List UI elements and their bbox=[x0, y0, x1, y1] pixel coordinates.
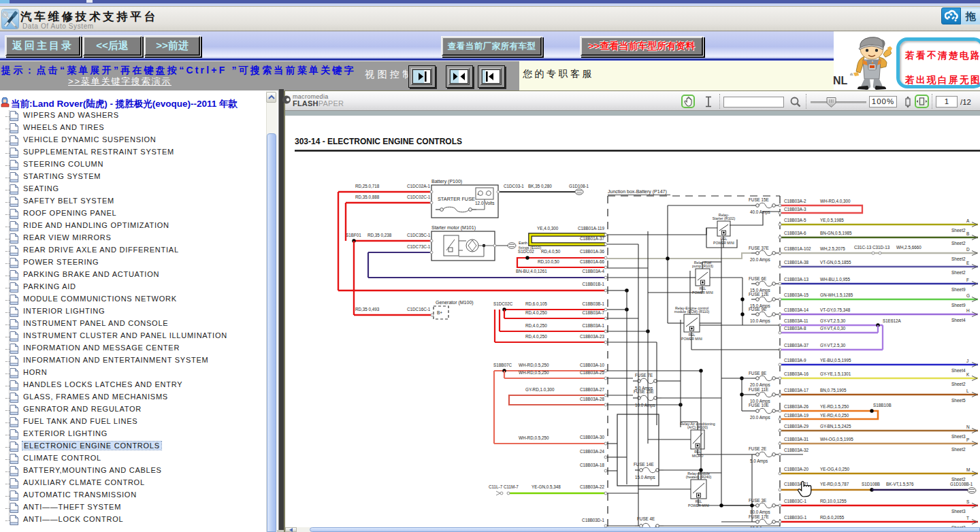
svg-text:FUSE 3E: FUSE 3E bbox=[749, 498, 766, 503]
svg-text:YE-OG,4.0,250: YE-OG,4.0,250 bbox=[820, 467, 850, 471]
svg-text:C18B01A-36: C18B01A-36 bbox=[580, 249, 605, 254]
svg-text:C18B01A-38: C18B01A-38 bbox=[784, 260, 809, 265]
svg-text:C18B03A-24: C18B03A-24 bbox=[580, 449, 605, 454]
svg-text:Starter (R102): Starter (R102) bbox=[713, 216, 736, 220]
svg-text:RD,35 0,493: RD,35 0,493 bbox=[355, 307, 380, 312]
svg-text:C18B03A-19: C18B03A-19 bbox=[784, 413, 809, 418]
svg-text:C18B03A-18: C18B03A-18 bbox=[580, 463, 605, 467]
svg-text:Sheet9: Sheet9 bbox=[951, 287, 966, 292]
svg-text:C18B03A-29: C18B03A-29 bbox=[784, 424, 809, 429]
svg-text:C18B01A-102: C18B01A-102 bbox=[784, 246, 811, 251]
svg-text:BN,0.75,1905: BN,0.75,1905 bbox=[820, 388, 847, 393]
svg-text:RD,6.0,2055: RD,6.0,2055 bbox=[820, 515, 845, 520]
svg-text:FUSE 8E: FUSE 8E bbox=[749, 371, 766, 376]
svg-text:C1DC16C-1: C1DC16C-1 bbox=[407, 307, 431, 312]
svg-text:C1DC73C-1: C1DC73C-1 bbox=[407, 244, 431, 249]
svg-text:Sheet9: Sheet9 bbox=[951, 303, 966, 307]
svg-text:BN-BU,4.0,1261: BN-BU,4.0,1261 bbox=[516, 269, 547, 273]
svg-text:C18B01A-119: C18B01A-119 bbox=[578, 226, 605, 231]
svg-text:303-14 - ELECTRONIC ENGINE CON: 303-14 - ELECTRONIC ENGINE CONTROLS bbox=[295, 137, 462, 146]
svg-text:YE,0.5,1985: YE,0.5,1985 bbox=[820, 218, 844, 222]
svg-text:C18B03D-1: C18B03D-1 bbox=[582, 518, 604, 522]
svg-text:C1DC02A-1: C1DC02A-1 bbox=[407, 184, 430, 188]
svg-text:RD,25.0,718: RD,25.0,718 bbox=[355, 184, 380, 188]
svg-text:Sheet3: Sheet3 bbox=[951, 509, 966, 514]
svg-text:Sheet2: Sheet2 bbox=[951, 228, 966, 233]
svg-text:C18B03A-26: C18B03A-26 bbox=[784, 404, 809, 409]
svg-text:WH-RD,0.5,250: WH-RD,0.5,250 bbox=[519, 363, 549, 367]
svg-text:A: A bbox=[966, 218, 970, 223]
svg-text:C18B03A-28: C18B03A-28 bbox=[580, 397, 605, 401]
svg-text:K: K bbox=[966, 372, 970, 377]
svg-text:Sheet3: Sheet3 bbox=[951, 434, 966, 439]
svg-text:C18B03A-23: C18B03A-23 bbox=[580, 334, 605, 339]
svg-text:C18B03A-25: C18B03A-25 bbox=[580, 370, 605, 375]
svg-text:Sheet2: Sheet2 bbox=[951, 382, 966, 386]
svg-text:C18B03A-6: C18B03A-6 bbox=[784, 231, 806, 235]
svg-text:VT-GN,0.5,1855: VT-GN,0.5,1855 bbox=[820, 260, 851, 265]
svg-text:VT-GY,0.75,348: VT-GY,0.75,348 bbox=[820, 307, 851, 312]
svg-text:C18B03A-27: C18B03A-27 bbox=[580, 387, 605, 392]
svg-text:C18B03A-31: C18B03A-31 bbox=[784, 437, 809, 442]
svg-text:C18B03A-10: C18B03A-10 bbox=[580, 363, 605, 367]
svg-text:S: S bbox=[966, 499, 970, 504]
svg-text:RD,4.0,50: RD,4.0,50 bbox=[541, 249, 561, 254]
svg-text:C18B03A-2: C18B03A-2 bbox=[784, 199, 806, 203]
svg-text:RD,35 0,238: RD,35 0,238 bbox=[368, 233, 392, 237]
svg-text:YE,4.0,300: YE,4.0,300 bbox=[537, 226, 559, 231]
svg-text:FUSE 9E: FUSE 9E bbox=[749, 307, 766, 312]
svg-text:C18B03B-1: C18B03B-1 bbox=[582, 301, 604, 306]
svg-text:Sheet2: Sheet2 bbox=[951, 525, 966, 530]
svg-text:FUSE 15E: FUSE 15E bbox=[749, 197, 769, 202]
svg-text:S1BF01: S1BF01 bbox=[346, 233, 361, 237]
svg-text:STARTER FUSE: STARTER FUSE bbox=[438, 196, 475, 202]
svg-text:L: L bbox=[966, 388, 969, 393]
svg-text:GY-BN,1.5,2425: GY-BN,1.5,2425 bbox=[820, 424, 851, 429]
svg-text:60.0 Amps: 60.0 Amps bbox=[750, 526, 770, 531]
svg-text:Sheet2: Sheet2 bbox=[951, 256, 966, 261]
svg-text:Starter motor (M101): Starter motor (M101) bbox=[431, 225, 476, 231]
svg-text:C18B03A-16: C18B03A-16 bbox=[784, 371, 809, 376]
svg-text:Generator (M100): Generator (M100) bbox=[436, 300, 474, 305]
svg-text:C18B03G-1: C18B03G-1 bbox=[784, 515, 807, 520]
svg-text:FUSE 13E: FUSE 13E bbox=[634, 389, 654, 394]
svg-text:+: + bbox=[477, 193, 479, 196]
svg-text:12.0 Volts: 12.0 Volts bbox=[475, 201, 495, 205]
svg-text:C18B03A-13: C18B03A-13 bbox=[784, 277, 809, 282]
svg-text:Sheet5: Sheet5 bbox=[951, 398, 966, 403]
svg-text:C18B03A-32: C18B03A-32 bbox=[784, 448, 809, 452]
svg-text:module (ECM) (R110): module (ECM) (R110) bbox=[674, 310, 710, 314]
svg-text:BK-VT,1.5,576: BK-VT,1.5,576 bbox=[886, 482, 914, 486]
svg-text:YE-GN,0.5,348: YE-GN,0.5,348 bbox=[532, 484, 561, 489]
svg-text:40.0 Amps: 40.0 Amps bbox=[750, 210, 770, 215]
svg-text:GY-VT,2.5,30: GY-VT,2.5,30 bbox=[820, 343, 846, 348]
svg-text:S18B07C: S18B07C bbox=[493, 363, 512, 367]
svg-text:WH-RD,0.5,250: WH-RD,0.5,250 bbox=[519, 435, 549, 440]
svg-text:S1D108B: S1D108B bbox=[862, 482, 880, 486]
svg-text:YE-RD,4.0,250: YE-RD,4.0,250 bbox=[820, 413, 849, 418]
svg-text:F: F bbox=[966, 278, 969, 282]
svg-text:C18B03A-30: C18B03A-30 bbox=[580, 435, 605, 439]
svg-text:FUSE 14E: FUSE 14E bbox=[634, 462, 654, 467]
svg-text:YE-BU,0.5,1995: YE-BU,0.5,1995 bbox=[820, 358, 851, 363]
svg-text:C18B03A-14: C18B03A-14 bbox=[784, 307, 809, 312]
svg-text:B+: B+ bbox=[437, 310, 442, 315]
svg-text:C18B03A-4: C18B03A-4 bbox=[582, 269, 604, 273]
svg-text:FUSE 12E: FUSE 12E bbox=[749, 292, 769, 297]
svg-text:FUSE 37E: FUSE 37E bbox=[749, 246, 769, 250]
svg-text:RD,4.0,250: RD,4.0,250 bbox=[525, 334, 547, 339]
svg-text:GN-WH,1.5,1285: GN-WH,1.5,1285 bbox=[820, 293, 853, 297]
svg-text:RD,35.0,888: RD,35.0,888 bbox=[355, 195, 380, 199]
svg-text:RD,4.0,250: RD,4.0,250 bbox=[525, 323, 547, 328]
svg-text:WH,2.5,2075: WH,2.5,2075 bbox=[820, 246, 845, 251]
svg-text:FUSE 4E: FUSE 4E bbox=[637, 516, 655, 521]
svg-text:C1DC03-1: C1DC03-1 bbox=[504, 184, 524, 188]
svg-text:Sheet4: Sheet4 bbox=[951, 368, 966, 373]
svg-text:FUSE 10E: FUSE 10E bbox=[749, 403, 769, 408]
svg-text:H: H bbox=[966, 308, 970, 313]
svg-text:C18B01A-37: C18B01A-37 bbox=[580, 236, 605, 241]
svg-text:M: M bbox=[966, 467, 970, 472]
svg-text:YE-RD,0.5,787: YE-RD,0.5,787 bbox=[820, 482, 849, 486]
svg-text:GY-VT,2.5,30: GY-VT,2.5,30 bbox=[820, 318, 846, 323]
svg-text:20.0 Amps: 20.0 Amps bbox=[750, 257, 770, 263]
